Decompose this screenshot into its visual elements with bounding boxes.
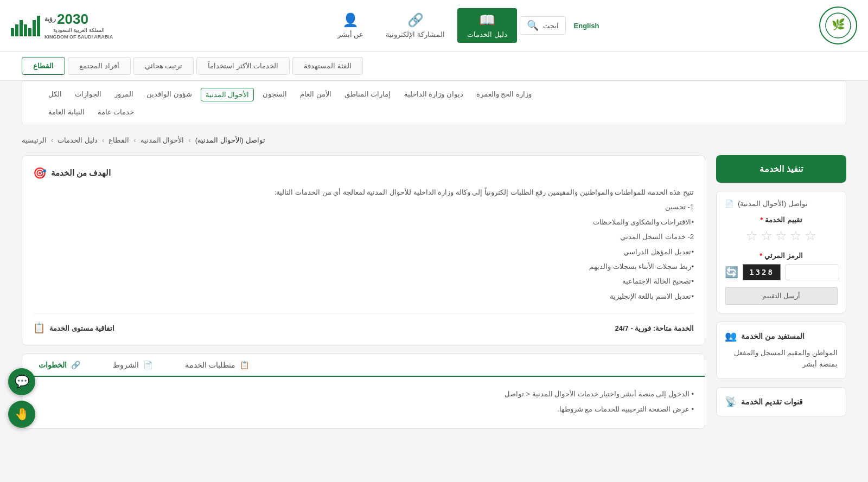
captcha-row: 🔄 1328: [725, 264, 838, 280]
content-area: الهدف من الخدمة 🎯 تتيح هذه الخدمة للمواط…: [22, 155, 705, 429]
content-tabs: 📋 متطلبات الخدمة 📄 الشروط 🔗 الخطوات • ال…: [22, 354, 705, 429]
tab-requirements[interactable]: 📋 متطلبات الخدمة: [169, 354, 265, 377]
execute-service-button[interactable]: تنفيذ الخدمة: [716, 155, 846, 183]
cat-civil[interactable]: الأحوال المدنية: [201, 88, 254, 101]
header-left: رؤية 2030 المملكة العربية السعوديةKINGDO…: [11, 11, 113, 40]
tab-alphabetical[interactable]: ترتيب هجائي: [133, 57, 194, 75]
rating-card: تواصل (الأحوال المدنية) 📄 تقييم الخدمة *…: [716, 191, 846, 313]
channels-card: قنوات تقديم الخدمة 📡: [716, 387, 846, 416]
goal-icon: 🎯: [33, 166, 47, 179]
requirements-icon: 📋: [240, 361, 249, 369]
service-info-card: الهدف من الخدمة 🎯 تتيح هذه الخدمة للمواط…: [22, 155, 705, 345]
cat-passports[interactable]: الجوازات: [71, 88, 106, 101]
breadcrumb: تواصل (الأحوال المدنية) › الأحوال المدني…: [0, 125, 868, 155]
star-2[interactable]: ☆: [761, 228, 773, 243]
sidebar-service-title: تواصل (الأحوال المدنية) 📄: [725, 200, 838, 208]
service-level-row: الخدمة متاحة: فورية - 24/7 اتفاقية مستوى…: [33, 313, 694, 334]
captcha-image: 1328: [743, 264, 781, 280]
cat-traffic[interactable]: المرور: [110, 88, 138, 101]
star-3[interactable]: ☆: [775, 228, 787, 243]
channels-icon: 📡: [725, 396, 737, 408]
breadcrumb-home[interactable]: الرئيسية: [22, 136, 47, 144]
breadcrumb-current: تواصل (الأحوال المدنية): [195, 136, 265, 144]
breadcrumb-sep-2: ›: [102, 136, 104, 144]
star-4[interactable]: ☆: [790, 228, 802, 243]
cat-interior[interactable]: ديوان وزارة الداخلية: [400, 88, 468, 101]
nav-item-guide[interactable]: 📖 دليل الخدمات: [457, 8, 517, 43]
service-level-title: اتفاقية مستوى الخدمة 📋: [33, 322, 114, 334]
service-goal-text: تتيح هذه الخدمة للمواطنات والمواطنين وال…: [33, 186, 694, 303]
sidebar: تنفيذ الخدمة تواصل (الأحوال المدنية) 📄 ت…: [716, 155, 846, 429]
star-rating[interactable]: ☆ ☆ ☆ ☆ ☆: [725, 228, 838, 243]
beneficiary-card: المستفيد من الخدمة 👥 المواطن والمقيم الم…: [716, 322, 846, 379]
ministry-logo: 🌿: [819, 7, 857, 44]
search-icon: 🔍: [527, 20, 539, 31]
beneficiary-text: المواطن والمقيم المسجل والمفعل بمنصة أبش…: [725, 348, 838, 370]
vision-sub: المملكة العربية السعوديةKINGDOM OF SAUDI…: [44, 28, 113, 40]
help-float-button[interactable]: 🤚: [8, 401, 35, 428]
breadcrumb-sector[interactable]: القطاع: [108, 136, 129, 144]
vision-logo: رؤية 2030 المملكة العربية السعوديةKINGDO…: [44, 11, 113, 40]
chat-icon: 💬: [15, 375, 29, 389]
tab-sector[interactable]: القطاع: [22, 57, 65, 75]
beneficiary-title: المستفيد من الخدمة 👥: [725, 330, 838, 342]
participation-icon: 🔗: [407, 12, 424, 28]
captcha-input[interactable]: [785, 264, 839, 280]
content-tabs-header: 📋 متطلبات الخدمة 📄 الشروط 🔗 الخطوات: [22, 354, 705, 377]
main-tabs-bar: الفئة المستهدفة الخدمات الأكثر استخداماً…: [0, 52, 868, 81]
rating-label: تقييم الخدمة *: [725, 216, 838, 224]
level-icon: 📋: [33, 322, 45, 334]
guide-icon: 📖: [479, 12, 495, 28]
nav-item-about[interactable]: 👤 عن أبشر: [328, 8, 374, 43]
star-5[interactable]: ☆: [805, 228, 816, 243]
header-nav: 👤 عن أبشر 🔗 المشاركة الإلكترونية 📖 دليل …: [328, 8, 605, 43]
star-1[interactable]: ☆: [746, 228, 758, 243]
cat-emirates[interactable]: إمارات المناطق: [340, 88, 395, 101]
lang-button[interactable]: English: [569, 19, 605, 33]
breadcrumb-sep-4: ›: [188, 136, 190, 144]
search-box[interactable]: ابحث 🔍: [520, 16, 566, 35]
about-icon: 👤: [342, 12, 359, 28]
breadcrumb-sep-3: ›: [133, 136, 136, 144]
tab-most-used[interactable]: الخدمات الأكثر استخداماً: [196, 57, 290, 75]
svg-text:🌿: 🌿: [832, 18, 845, 31]
conditions-icon: 📄: [143, 361, 152, 369]
service-availability: الخدمة متاحة: فورية - 24/7: [615, 324, 694, 332]
chat-float-button[interactable]: 💬: [8, 368, 35, 395]
steps-content: • الدخول إلى منصة أبشر واختيار خدمات الأ…: [33, 388, 694, 415]
service-doc-icon: 📄: [725, 200, 733, 208]
nav-item-participation[interactable]: 🔗 المشاركة الإلكترونية: [376, 8, 455, 43]
cat-general-services[interactable]: خدمات عامة: [93, 106, 139, 118]
beneficiary-icon: 👥: [725, 330, 737, 342]
tab-conditions[interactable]: 📄 الشروط: [97, 354, 169, 377]
main-content: تنفيذ الخدمة تواصل (الأحوال المدنية) 📄 ت…: [0, 155, 868, 451]
breadcrumb-guide[interactable]: دليل الخدمات: [58, 136, 98, 144]
help-icon: 🤚: [15, 407, 29, 421]
tab-community[interactable]: أفراد المجتمع: [68, 57, 131, 75]
steps-icon: 🔗: [71, 361, 80, 369]
cat-visitors[interactable]: شؤون الوافدين: [142, 88, 196, 101]
cat-hajj[interactable]: وزارة الحج والعمرة: [472, 88, 536, 101]
cat-prosecution[interactable]: النيابة العامة: [44, 106, 89, 118]
category-nav: وزارة الحج والعمرة ديوان وزارة الداخلية …: [22, 81, 846, 125]
captcha-refresh-icon[interactable]: 🔄: [725, 266, 738, 279]
content-tabs-body: • الدخول إلى منصة أبشر واختيار خدمات الأ…: [22, 377, 705, 428]
vision-bars-icon: [11, 15, 40, 36]
cat-all[interactable]: الكل: [44, 88, 66, 101]
cat-prisons[interactable]: السجون: [258, 88, 291, 101]
cat-security[interactable]: الأمن العام: [296, 88, 336, 101]
service-goal-title: الهدف من الخدمة 🎯: [33, 166, 694, 179]
header: رؤية 2030 المملكة العربية السعوديةKINGDO…: [0, 0, 868, 52]
submit-rating-button[interactable]: أرسل التقييم: [725, 287, 838, 305]
tab-target[interactable]: الفئة المستهدفة: [292, 57, 363, 75]
breadcrumb-sep-1: ›: [51, 136, 53, 144]
search-label: ابحث: [543, 22, 559, 30]
captcha-label: الرمز المرئي *: [725, 252, 838, 260]
channels-title: قنوات تقديم الخدمة 📡: [725, 396, 838, 408]
floating-buttons: 💬 🤚: [8, 368, 35, 428]
breadcrumb-civil[interactable]: الأحوال المدنية: [141, 136, 184, 144]
